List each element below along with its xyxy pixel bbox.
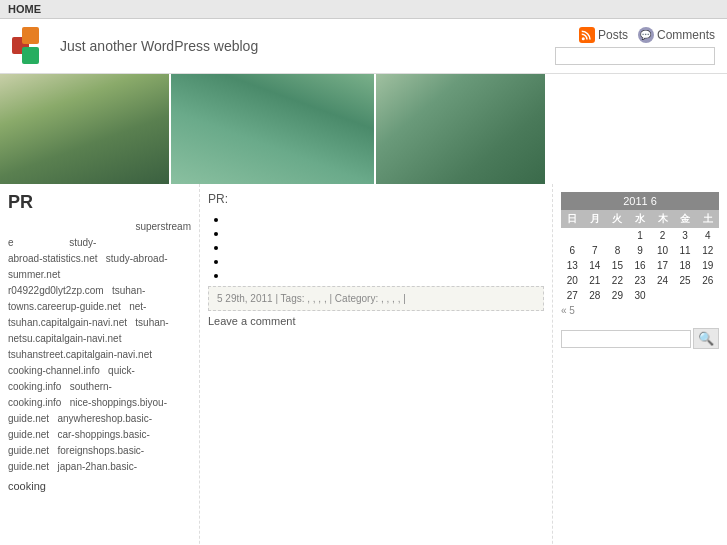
cal-week-1: 1 2 3 4 5 [561,228,719,243]
cal-week-3: 13 14 15 16 17 18 19 [561,258,719,273]
cal-cell[interactable]: 23 [629,273,652,288]
rss-icon [579,27,595,43]
cal-cell[interactable]: 18 [674,258,697,273]
cal-day-sun: 日 [561,210,584,228]
cal-day-thu: 木 [651,210,674,228]
link-cooking-info[interactable]: cooking.info southern- [8,379,191,395]
calendar-navigation[interactable]: « 5 [561,303,719,318]
hero-banner [0,74,545,184]
home-link[interactable]: HOME [8,3,41,15]
cal-cell[interactable]: 27 [561,288,584,303]
top-navigation: HOME [0,0,727,19]
content-bullet-list [228,212,544,276]
site-logo [12,27,50,65]
comments-feed-label: Comments [657,28,715,42]
cal-cell [696,288,719,303]
header-search-input[interactable] [555,47,715,65]
bullet-item-4 [228,254,544,262]
bullet-item-2 [228,226,544,234]
sidebar-search-input[interactable] [561,330,691,348]
hero-panel-1 [0,74,171,184]
link-guide2[interactable]: guide.net car-shoppings.basic- [8,427,191,443]
hero-panel-2 [171,74,376,184]
sidebar-right: 2011 6 日 月 火 水 木 金 土 [552,184,727,545]
link-e[interactable]: e study- [8,235,191,251]
link-towns[interactable]: towns.careerup-guide.net net- [8,299,191,315]
cal-cell[interactable]: 3 [674,228,697,243]
posts-feed[interactable]: Posts [579,27,628,43]
sidebar-pr-title: PR [8,192,191,213]
cal-cell[interactable]: 6 [561,243,584,258]
link-summer[interactable]: summer.net [8,267,191,283]
site-subtitle: Just another WordPress weblog [60,38,258,54]
cal-cell[interactable]: 17 [651,258,674,273]
sidebar-search-button[interactable]: 🔍 [693,328,719,349]
calendar-header: 2011 6 [561,192,719,210]
cal-cell [674,288,697,303]
svg-point-3 [582,37,585,40]
site-header: Just another WordPress weblog Posts 💬 Co… [0,19,727,74]
post-meta-text: 5 29th, 2011 | Tags: , , , , | Category:… [217,293,406,304]
post-meta: 5 29th, 2011 | Tags: , , , , | Category:… [208,286,544,311]
cal-day-sat: 土 [696,210,719,228]
cal-cell[interactable]: 7 [584,243,607,258]
posts-feed-label: Posts [598,28,628,42]
link-tsuhanstreet[interactable]: tsuhanstreet.capitalgain-navi.net [8,347,191,363]
svg-rect-2 [22,47,39,64]
cal-cell[interactable]: 25 [674,273,697,288]
cal-cell[interactable]: 22 [606,273,629,288]
cal-cell[interactable]: 26 [696,273,719,288]
cal-cell[interactable]: 8 [606,243,629,258]
cal-cell[interactable]: 20 [561,273,584,288]
cal-cell[interactable]: 21 [584,273,607,288]
cal-cell[interactable]: 19 [696,258,719,273]
cal-cell[interactable]: 12 [696,243,719,258]
cal-cell[interactable]: 10 [651,243,674,258]
svg-rect-1 [22,27,39,44]
link-guide4[interactable]: guide.net japan-2han.basic- [8,459,191,475]
header-right: Posts 💬 Comments [555,27,715,65]
cal-cell[interactable]: 15 [606,258,629,273]
link-guide[interactable]: guide.net anywhereshop.basic- [8,411,191,427]
cal-cell[interactable]: 29 [606,288,629,303]
cal-cell[interactable]: 11 [674,243,697,258]
cal-cell[interactable]: 24 [651,273,674,288]
header-left: Just another WordPress weblog [12,27,258,65]
sidebar-pr-links: superstream e study- abroad-statistics.n… [8,219,191,475]
link-cooking-channel[interactable]: cooking-channel.info quick- [8,363,191,379]
cal-cell[interactable]: 9 [629,243,652,258]
leave-comment-link[interactable]: Leave a comment [208,315,544,327]
cal-week-4: 20 21 22 23 24 25 26 [561,273,719,288]
bullet-item-3 [228,240,544,248]
cal-cell[interactable]: 1 [629,228,652,243]
feeds-row: Posts 💬 Comments [579,27,715,43]
cal-day-mon: 月 [584,210,607,228]
cal-day-wed: 水 [629,210,652,228]
bullet-item-1 [228,212,544,220]
comments-feed[interactable]: 💬 Comments [638,27,715,43]
link-southern[interactable]: cooking.info nice-shoppings.biyou- [8,395,191,411]
cal-day-tue: 火 [606,210,629,228]
cal-cell [651,288,674,303]
content-pr-label: PR: [208,192,544,206]
cal-cell[interactable]: 4 [696,228,719,243]
bullet-item-5 [228,268,544,276]
link-guide3[interactable]: guide.net foreignshops.basic- [8,443,191,459]
cal-cell [561,228,584,243]
link-netsu[interactable]: netsu.capitalgain-navi.net [8,331,191,347]
cal-cell[interactable]: 30 [629,288,652,303]
link-r04922[interactable]: r04922gd0lyt2zp.com tsuhan- [8,283,191,299]
link-superstream[interactable]: superstream [8,219,191,235]
comment-icon: 💬 [638,27,654,43]
link-study-abroad[interactable]: abroad-statistics.net study-abroad- [8,251,191,267]
cal-cell[interactable]: 28 [584,288,607,303]
link-tuhan[interactable]: tsuhan.capitalgain-navi.net tsuhan- [8,315,191,331]
cal-cell[interactable]: 13 [561,258,584,273]
main-layout: PR superstream e study- abroad-statistic… [0,184,727,545]
sidebar-search: 🔍 [561,328,719,349]
cal-cell[interactable]: 16 [629,258,652,273]
cal-cell[interactable]: 14 [584,258,607,273]
cal-cell [584,228,607,243]
sidebar-left: PR superstream e study- abroad-statistic… [0,184,200,545]
cal-cell[interactable]: 2 [651,228,674,243]
